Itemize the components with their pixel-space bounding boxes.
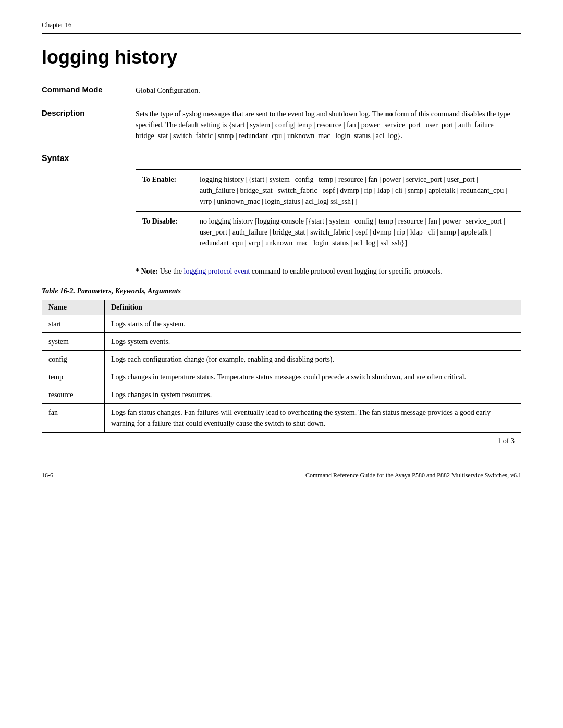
param-definition: Logs each configuration change (for exam… xyxy=(105,351,521,368)
note-prefix: * Note: xyxy=(136,267,158,275)
syntax-enable-label: To Enable: xyxy=(136,170,193,212)
table-row: fanLogs fan status changes. Fan failures… xyxy=(42,404,521,433)
param-definition: Logs fan status changes. Fan failures wi… xyxy=(105,404,521,433)
param-name: system xyxy=(42,333,105,351)
table-row: systemLogs system events. xyxy=(42,333,521,351)
note-use-text: Use the xyxy=(160,267,184,275)
chapter-label: Chapter 16 xyxy=(42,21,521,29)
bottom-divider xyxy=(42,467,521,467)
param-name: fan xyxy=(42,404,105,433)
page-counter: 1 of 3 xyxy=(42,433,521,450)
param-name: config xyxy=(42,351,105,368)
param-name: resource xyxy=(42,386,105,404)
param-definition: Logs changes in system resources. xyxy=(105,386,521,404)
description-bold: no xyxy=(385,110,393,118)
syntax-disable-row: To Disable: no logging history [logging … xyxy=(136,212,521,253)
params-table-header-row: Name Definition xyxy=(42,300,521,315)
syntax-title: Syntax xyxy=(42,154,521,163)
page-counter-row: 1 of 3 xyxy=(42,433,521,450)
table-row: resourceLogs changes in system resources… xyxy=(42,386,521,404)
param-definition: Logs changes in temperature status. Temp… xyxy=(105,368,521,386)
footer-right: Command Reference Guide for the Avaya P5… xyxy=(305,472,521,479)
syntax-disable-text: no logging history [logging console [{st… xyxy=(193,212,521,253)
params-header-name: Name xyxy=(42,300,105,315)
top-divider xyxy=(42,33,521,34)
params-header-definition: Definition xyxy=(105,300,521,315)
command-mode-label: Command Mode xyxy=(42,85,136,96)
syntax-table: To Enable: logging history [{start | sys… xyxy=(136,169,521,253)
param-definition: Logs starts of the system. xyxy=(105,315,521,333)
description-section: Description Sets the type of syslog mess… xyxy=(42,108,521,141)
description-label: Description xyxy=(42,108,136,141)
params-table: Name Definition startLogs starts of the … xyxy=(42,300,521,450)
table-caption: Table 16-2. Parameters, Keywords, Argume… xyxy=(42,287,521,295)
syntax-section: Syntax To Enable: logging history [{star… xyxy=(42,154,521,253)
table-row: configLogs each configuration change (fo… xyxy=(42,351,521,368)
table-row: startLogs starts of the system. xyxy=(42,315,521,333)
param-definition: Logs system events. xyxy=(105,333,521,351)
description-content: Sets the type of syslog messages that ar… xyxy=(136,108,521,141)
param-name: temp xyxy=(42,368,105,386)
command-mode-value: Global Configuration. xyxy=(136,85,521,96)
syntax-enable-text: logging history [{start | system | confi… xyxy=(193,170,521,212)
note-link[interactable]: logging protocol event xyxy=(184,267,250,275)
param-name: start xyxy=(42,315,105,333)
description-text1: Sets the type of syslog messages that ar… xyxy=(136,110,385,118)
table-row: tempLogs changes in temperature status. … xyxy=(42,368,521,386)
syntax-disable-label: To Disable: xyxy=(136,212,193,253)
page-title: logging history xyxy=(42,46,521,68)
command-mode-section: Command Mode Global Configuration. xyxy=(42,85,521,96)
note-suffix: command to enable protocol event logging… xyxy=(252,267,443,275)
footer: 16-6 Command Reference Guide for the Ava… xyxy=(42,472,521,479)
footer-left: 16-6 xyxy=(42,472,53,479)
note-section: * Note: Use the logging protocol event c… xyxy=(136,266,521,277)
syntax-enable-row: To Enable: logging history [{start | sys… xyxy=(136,170,521,212)
